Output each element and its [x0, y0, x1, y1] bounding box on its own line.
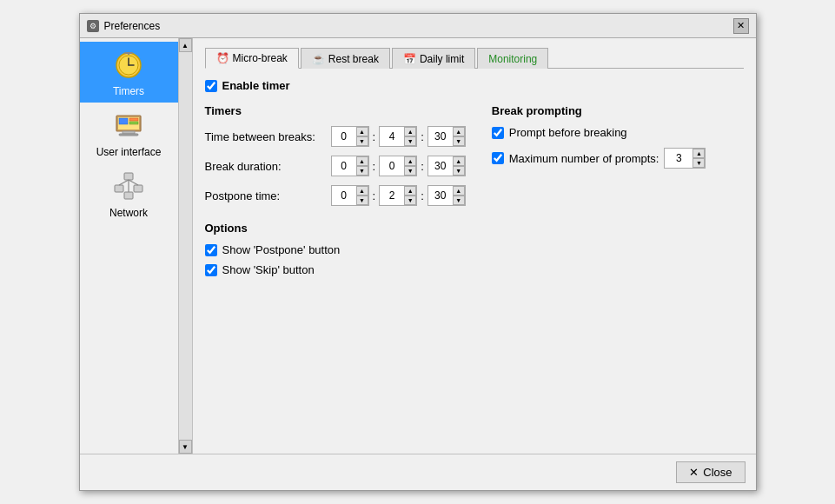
- scroll-track: [179, 52, 192, 440]
- bd-sec-btns: ▲ ▼: [453, 156, 465, 176]
- max-prompts-checkbox[interactable]: [492, 152, 504, 164]
- bd-hours-down[interactable]: ▼: [356, 166, 368, 176]
- postpone-time-row: Postpone time: ▲ ▼ :: [205, 185, 466, 206]
- pt-sec-up[interactable]: ▲: [453, 186, 465, 196]
- tbb-sec-btns: ▲ ▼: [453, 127, 465, 146]
- svg-rect-9: [119, 134, 138, 136]
- window-close-button[interactable]: ✕: [733, 18, 749, 34]
- scroll-down-btn[interactable]: ▼: [179, 440, 192, 454]
- enable-timer-checkbox[interactable]: [205, 80, 217, 92]
- pt-min-spinbox[interactable]: ▲ ▼: [379, 185, 417, 206]
- app-icon: ⚙: [87, 20, 99, 32]
- pt-min-down[interactable]: ▼: [404, 196, 416, 205]
- prompt-before-label: Prompt before breaking: [509, 126, 627, 139]
- pt-hours-up[interactable]: ▲: [356, 186, 368, 196]
- show-postpone-checkbox[interactable]: [205, 244, 217, 256]
- pt-sec-down[interactable]: ▼: [453, 196, 465, 205]
- tbb-hours-spinbox[interactable]: ▲ ▼: [331, 126, 369, 147]
- bd-sec-input[interactable]: [428, 156, 453, 176]
- pt-hours-down[interactable]: ▼: [356, 196, 368, 205]
- show-postpone-label: Show 'Postpone' button: [222, 243, 341, 256]
- title-bar: ⚙ Preferences ✕: [80, 14, 756, 38]
- window-body: Timers User interface: [80, 38, 756, 454]
- max-prompts-row: Maximum number of prompts: ▲ ▼: [492, 148, 744, 169]
- timers-icon: [111, 47, 146, 82]
- colon1: :: [373, 130, 376, 143]
- sidebar-item-timers-label: Timers: [113, 85, 144, 97]
- pt-sec-input[interactable]: [428, 186, 453, 205]
- break-duration-row: Break duration: ▲ ▼ :: [205, 156, 466, 176]
- tbb-sec-up[interactable]: ▲: [453, 127, 465, 136]
- main-content: ⏰ Micro-break ☕ Rest break 📅 Daily limit…: [193, 38, 756, 454]
- colon6: :: [421, 189, 424, 202]
- bd-min-down[interactable]: ▼: [404, 166, 416, 176]
- postpone-spinbox-group: ▲ ▼ : ▲ ▼: [331, 185, 466, 206]
- bd-sec-down[interactable]: ▼: [453, 166, 465, 176]
- bd-hours-up[interactable]: ▲: [356, 156, 368, 166]
- colon4: :: [421, 160, 424, 173]
- svg-rect-10: [119, 118, 128, 124]
- timers-section-title: Timers: [205, 104, 466, 117]
- sidebar-scrollbar: ▲ ▼: [178, 38, 192, 454]
- bd-hours-spinbox[interactable]: ▲ ▼: [331, 156, 369, 176]
- tab-daily-limit[interactable]: 📅 Daily limit: [392, 48, 475, 69]
- close-label: Close: [703, 466, 732, 479]
- show-skip-checkbox[interactable]: [205, 264, 217, 276]
- tbb-sec-down[interactable]: ▼: [453, 136, 465, 146]
- svg-rect-11: [129, 118, 138, 121]
- pt-sec-btns: ▲ ▼: [453, 186, 465, 205]
- tab-micro-break[interactable]: ⏰ Micro-break: [205, 48, 299, 69]
- break-duration-label: Break duration:: [205, 160, 331, 173]
- bd-hours-input[interactable]: [332, 156, 356, 176]
- sidebar-item-network[interactable]: Network: [80, 163, 178, 224]
- sidebar-item-user-interface[interactable]: User interface: [80, 103, 178, 163]
- tab-monitoring[interactable]: Monitoring: [477, 48, 548, 69]
- pt-hours-spinbox[interactable]: ▲ ▼: [331, 185, 369, 206]
- colon3: :: [373, 160, 376, 173]
- sidebar-item-ui-label: User interface: [96, 146, 162, 158]
- pt-min-up[interactable]: ▲: [404, 186, 416, 196]
- pt-min-input[interactable]: [380, 186, 404, 205]
- svg-rect-15: [134, 185, 142, 192]
- svg-rect-14: [115, 185, 123, 192]
- daily-limit-tab-icon: 📅: [403, 53, 416, 65]
- max-prompts-up[interactable]: ▲: [693, 149, 705, 158]
- max-prompts-down[interactable]: ▼: [693, 158, 705, 168]
- tbb-min-spinbox[interactable]: ▲ ▼: [379, 126, 417, 147]
- daily-limit-tab-label: Daily limit: [420, 53, 464, 65]
- prompt-before-checkbox[interactable]: [492, 127, 504, 139]
- tab-rest-break[interactable]: ☕ Rest break: [301, 48, 390, 69]
- sidebar-item-timers[interactable]: Timers: [80, 42, 178, 103]
- scroll-up-btn[interactable]: ▲: [179, 38, 192, 52]
- bd-sec-up[interactable]: ▲: [453, 156, 465, 166]
- break-duration-spinbox-group: ▲ ▼ : ▲ ▼: [331, 156, 466, 176]
- pt-hours-input[interactable]: [332, 186, 356, 205]
- max-prompts-input[interactable]: [665, 149, 693, 168]
- bd-min-input[interactable]: [380, 156, 404, 176]
- network-icon: [111, 169, 146, 203]
- tbb-sec-input[interactable]: [428, 127, 453, 146]
- time-between-breaks-spinbox-group: ▲ ▼ : ▲ ▼: [331, 126, 466, 147]
- tbb-hours-down[interactable]: ▼: [356, 136, 368, 146]
- bd-min-spinbox[interactable]: ▲ ▼: [379, 156, 417, 176]
- pt-sec-spinbox[interactable]: ▲ ▼: [427, 185, 466, 206]
- show-skip-row: Show 'Skip' button: [205, 263, 466, 276]
- max-prompts-spinbox[interactable]: ▲ ▼: [664, 148, 706, 169]
- tbb-hours-input[interactable]: [332, 127, 356, 146]
- prompt-before-row: Prompt before breaking: [492, 126, 744, 139]
- bd-min-up[interactable]: ▲: [404, 156, 416, 166]
- tbb-min-up[interactable]: ▲: [404, 127, 416, 136]
- tbb-min-input[interactable]: [380, 127, 404, 146]
- colon5: :: [373, 189, 376, 202]
- monitoring-tab-label: Monitoring: [488, 53, 537, 65]
- close-button[interactable]: ✕ Close: [676, 461, 745, 483]
- footer: ✕ Close: [80, 454, 756, 490]
- bd-sec-spinbox[interactable]: ▲ ▼: [427, 156, 466, 176]
- colon2: :: [421, 130, 424, 143]
- tbb-min-down[interactable]: ▼: [404, 136, 416, 146]
- tbb-hours-up[interactable]: ▲: [356, 127, 368, 136]
- micro-break-tab-label: Micro-break: [233, 52, 288, 64]
- tbb-sec-spinbox[interactable]: ▲ ▼: [427, 126, 466, 147]
- pt-hours-btns: ▲ ▼: [356, 186, 368, 205]
- show-skip-label: Show 'Skip' button: [222, 263, 315, 276]
